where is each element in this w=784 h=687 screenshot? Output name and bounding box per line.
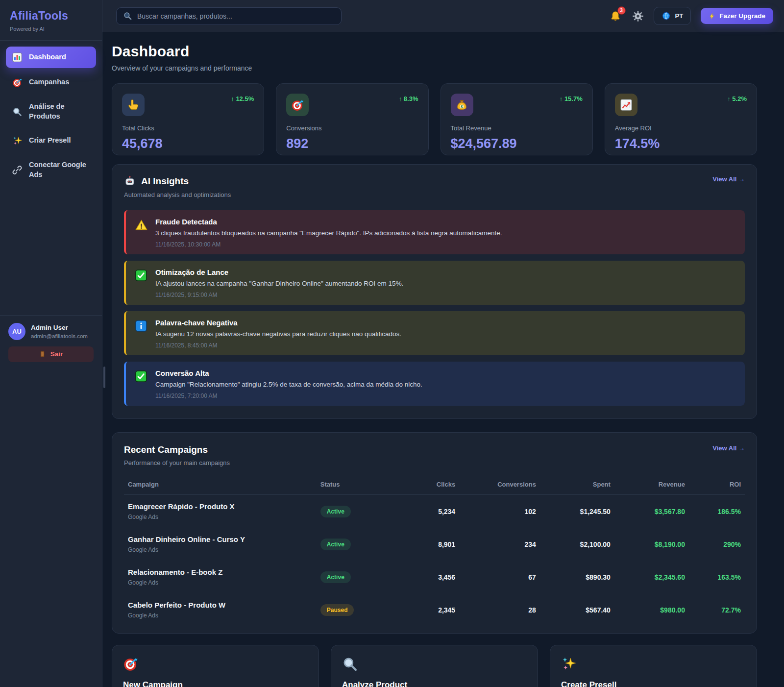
campaign-roi: 72.7% bbox=[689, 593, 745, 626]
table-row: Emagrecer Rápido - Produto X Google Ads … bbox=[124, 495, 745, 528]
notifications-button[interactable]: 3 bbox=[609, 9, 622, 23]
target-icon bbox=[12, 77, 23, 88]
sidebar-item-label: Dashboard bbox=[29, 52, 66, 62]
sidebar-item-dashboard[interactable]: Dashboard bbox=[6, 47, 96, 68]
alert-timestamp: 11/16/2025, 8:45:00 AM bbox=[155, 342, 401, 349]
column-header-campaign: Campaign bbox=[124, 474, 317, 495]
campaign-platform: Google Ads bbox=[128, 546, 313, 553]
campaign-clicks: 8,901 bbox=[397, 528, 459, 561]
alert-timestamp: 11/16/2025, 9:15:00 AM bbox=[155, 292, 403, 298]
upgrade-button[interactable]: Fazer Upgrade bbox=[701, 8, 773, 24]
sidebar-item-analise-produtos[interactable]: Análise de Produtos bbox=[6, 97, 96, 126]
stat-label: Average ROI bbox=[615, 124, 747, 132]
check-box-icon bbox=[135, 268, 148, 298]
campaign-conversions: 234 bbox=[459, 528, 540, 561]
language-label: PT bbox=[675, 12, 684, 20]
sidebar-item-label: Conectar Google Ads bbox=[29, 160, 90, 179]
brand-tagline: Powered by AI bbox=[10, 26, 92, 32]
action-title: Create Presell bbox=[561, 680, 746, 687]
stat-value: 892 bbox=[286, 136, 418, 151]
bar-chart-icon bbox=[12, 52, 23, 63]
campaign-spent: $2,100.00 bbox=[540, 528, 614, 561]
stat-trend: ↑ 5.2% bbox=[727, 95, 747, 102]
logout-button[interactable]: Sair bbox=[8, 346, 94, 362]
stat-value: 174.5% bbox=[615, 136, 747, 151]
upgrade-label: Fazer Upgrade bbox=[719, 12, 765, 20]
stat-card-total-clicks: ↑ 12.5% Total Clicks 45,678 bbox=[112, 83, 264, 155]
new-campaign-card[interactable]: New Campaign Create a new AI-optimized c… bbox=[112, 645, 319, 687]
campaign-conversions: 67 bbox=[459, 561, 540, 593]
info-icon bbox=[135, 319, 148, 349]
globe-icon bbox=[662, 11, 671, 21]
campaign-spent: $567.40 bbox=[540, 593, 614, 626]
scrollbar-thumb[interactable] bbox=[103, 367, 105, 388]
status-badge: Active bbox=[320, 506, 351, 517]
quick-actions-row: New Campaign Create a new AI-optimized c… bbox=[112, 645, 757, 687]
stat-trend: ↑ 8.3% bbox=[399, 95, 418, 102]
alert-item: Conversão Alta Campaign "Relacionamento"… bbox=[124, 362, 745, 406]
alert-timestamp: 11/16/2025, 7:20:00 AM bbox=[155, 393, 422, 399]
status-badge: Active bbox=[320, 539, 351, 550]
ai-insights-panel: AI Insights Automated analysis and optim… bbox=[112, 164, 757, 419]
campaign-name: Cabelo Perfeito - Produto W bbox=[128, 601, 313, 609]
campaign-conversions: 28 bbox=[459, 593, 540, 626]
analyze-product-card[interactable]: Analyze Product Discover the best produc… bbox=[331, 645, 538, 687]
campaign-name: Ganhar Dinheiro Online - Curso Y bbox=[128, 535, 313, 543]
campaigns-subtitle: Performance of your main campaigns bbox=[124, 459, 230, 466]
column-header-conversions: Conversions bbox=[459, 474, 540, 495]
column-header-roi: ROI bbox=[689, 474, 745, 495]
sidebar-item-campanhas[interactable]: Campanhas bbox=[6, 72, 96, 93]
topbar-actions: 3 bbox=[609, 7, 773, 25]
sidebar-nav: Dashboard Campanhas Análise de Produtos … bbox=[0, 41, 102, 191]
insights-view-all-link[interactable]: View All → bbox=[712, 175, 745, 183]
sparkles-icon bbox=[12, 135, 23, 146]
campaign-platform: Google Ads bbox=[128, 579, 313, 586]
alert-title: Otimização de Lance bbox=[155, 268, 403, 276]
campaign-roi: 163.5% bbox=[689, 561, 745, 593]
campaign-conversions: 102 bbox=[459, 495, 540, 528]
campaign-revenue: $3,567.80 bbox=[614, 495, 689, 528]
door-icon bbox=[39, 350, 47, 358]
stat-label: Total Revenue bbox=[451, 124, 583, 132]
alert-description: Campaign "Relacionamento" atingiu 2.5% d… bbox=[155, 381, 422, 388]
insights-subtitle: Automated analysis and optimizations bbox=[124, 191, 231, 198]
stats-row: ↑ 12.5% Total Clicks 45,678 ↑ 8.3% Conve… bbox=[112, 83, 757, 155]
campaign-platform: Google Ads bbox=[128, 612, 313, 619]
campaigns-table: Campaign Status Clicks Conversions Spent… bbox=[124, 474, 745, 626]
avatar: AU bbox=[8, 323, 25, 340]
campaigns-view-all-link[interactable]: View All → bbox=[712, 444, 745, 452]
column-header-revenue: Revenue bbox=[614, 474, 689, 495]
sidebar-item-conectar-google-ads[interactable]: Conectar Google Ads bbox=[6, 155, 96, 185]
magnifier-icon bbox=[12, 106, 23, 117]
campaign-roi: 186.5% bbox=[689, 495, 745, 528]
target-icon bbox=[286, 94, 309, 116]
alert-title: Conversão Alta bbox=[155, 369, 422, 377]
stat-label: Conversions bbox=[286, 124, 418, 132]
logout-label: Sair bbox=[50, 350, 63, 358]
search-input[interactable] bbox=[116, 7, 342, 25]
dashboard-content: Dashboard Overview of your campaigns and… bbox=[102, 32, 784, 687]
robot-icon bbox=[124, 175, 136, 187]
stat-label: Total Clicks bbox=[122, 124, 254, 132]
stat-value: $24,567.89 bbox=[451, 136, 583, 151]
lightning-icon bbox=[709, 13, 715, 20]
language-selector[interactable]: PT bbox=[654, 7, 691, 25]
action-title: New Campaign bbox=[123, 680, 308, 687]
stat-trend: ↑ 12.5% bbox=[231, 95, 254, 102]
alert-title: Palavra-chave Negativa bbox=[155, 319, 401, 327]
brand-name: AfiliaTools bbox=[10, 9, 92, 23]
page-subtitle: Overview of your campaigns and performan… bbox=[112, 64, 757, 72]
sidebar-item-label: Campanhas bbox=[29, 77, 69, 87]
main-area: 3 bbox=[102, 0, 784, 687]
column-header-clicks: Clicks bbox=[397, 474, 459, 495]
create-presell-card[interactable]: Create Presell Create high-converting pr… bbox=[550, 645, 757, 687]
status-badge: Paused bbox=[320, 604, 354, 616]
sidebar-item-criar-presell[interactable]: Criar Presell bbox=[6, 130, 96, 151]
alert-item: Fraude Detectada 3 cliques fraudulentos … bbox=[124, 210, 745, 254]
campaign-revenue: $8,190.00 bbox=[614, 528, 689, 561]
campaign-revenue: $2,345.60 bbox=[614, 561, 689, 593]
recent-campaigns-panel: Recent Campaigns Performance of your mai… bbox=[112, 432, 757, 634]
alert-timestamp: 11/16/2025, 10:30:00 AM bbox=[155, 241, 502, 248]
target-icon bbox=[123, 656, 139, 672]
settings-button[interactable] bbox=[632, 10, 644, 22]
